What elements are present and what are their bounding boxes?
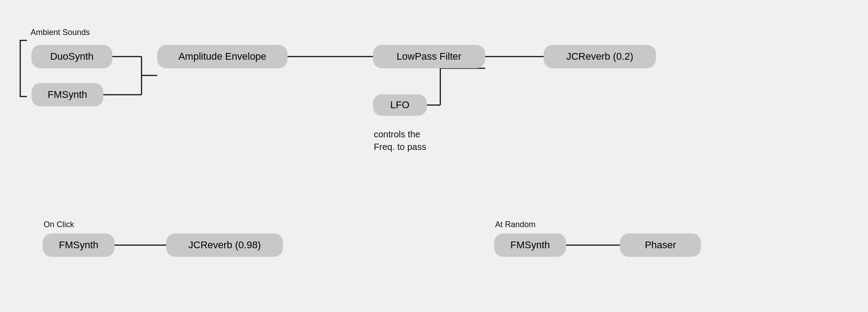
fmsynth-random-node[interactable]: FMSynth — [494, 233, 566, 257]
jcreverb-top-node[interactable]: JCReverb (0.2) — [544, 45, 656, 68]
jcreverb-click-node[interactable]: JCReverb (0.98) — [166, 233, 283, 257]
at-random-label: At Random — [495, 220, 536, 229]
diagram-container: Ambient Sounds DuoSynth FMSynth Amplitud… — [0, 0, 868, 312]
controls-annotation: controls theFreq. to pass — [374, 128, 426, 153]
on-click-label: On Click — [44, 220, 74, 229]
duosynth-node[interactable]: DuoSynth — [31, 45, 112, 68]
ambient-sounds-label: Ambient Sounds — [31, 28, 90, 37]
lfo-node[interactable]: LFO — [373, 94, 427, 116]
amplitude-envelope-node[interactable]: Amplitude Envelope — [157, 45, 288, 68]
fmsynth-click-node[interactable]: FMSynth — [43, 233, 115, 257]
phaser-node[interactable]: Phaser — [620, 233, 701, 257]
fmsynth-top-node[interactable]: FMSynth — [31, 83, 103, 106]
lowpass-filter-node[interactable]: LowPass Filter — [373, 45, 485, 68]
